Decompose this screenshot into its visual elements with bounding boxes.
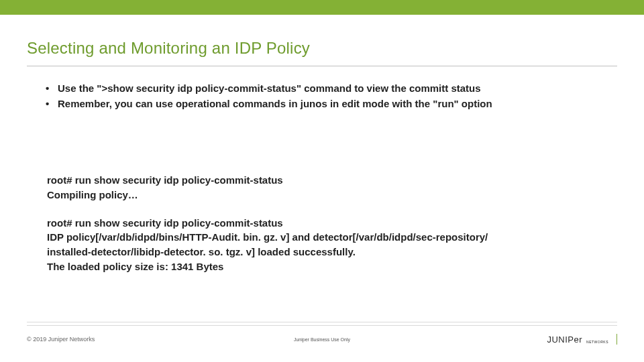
terminal-line: installed-detector/libidp-detector. so. … [47, 245, 617, 259]
logo-accent-bar [616, 334, 617, 345]
terminal-line: The loaded policy size is: 1341 Bytes [47, 259, 617, 274]
footer-divider [27, 322, 617, 322]
terminal-line: IDP policy[/var/db/idpd/bins/HTTP-Audit.… [47, 230, 617, 245]
footer-row: © 2019 Juniper Networks Juniper Business… [0, 331, 644, 347]
footer-center-note: Juniper Business Use Only [294, 337, 350, 342]
juniper-logo: JUNIPer NETWORKS [547, 334, 617, 345]
bullet-list: Use the ">show security idp policy-commi… [58, 81, 617, 111]
logo-text: JUNIPer [547, 335, 582, 345]
bullet-item: Remember, you can use operational comman… [58, 97, 617, 112]
logo-subtext: NETWORKS [586, 340, 608, 344]
slide-title: Selecting and Monitoring an IDP Policy [27, 39, 617, 58]
terminal-line: root# run show security idp policy-commi… [47, 216, 617, 231]
copyright-text: © 2019 Juniper Networks [27, 336, 95, 343]
terminal-line: Compiling policy… [47, 188, 617, 202]
footer: © 2019 Juniper Networks Juniper Business… [0, 322, 644, 347]
title-divider [27, 66, 617, 66]
terminal-output: root# run show security idp policy-commi… [47, 173, 617, 274]
bullet-item: Use the ">show security idp policy-commi… [58, 81, 617, 97]
terminal-line: root# run show security idp policy-commi… [47, 173, 617, 188]
slide-content: Selecting and Monitoring an IDP Policy U… [0, 15, 644, 274]
footer-divider [27, 325, 617, 326]
terminal-block: root# run show security idp policy-commi… [47, 173, 617, 202]
terminal-block: root# run show security idp policy-commi… [47, 216, 617, 274]
brand-top-bar [0, 0, 644, 15]
